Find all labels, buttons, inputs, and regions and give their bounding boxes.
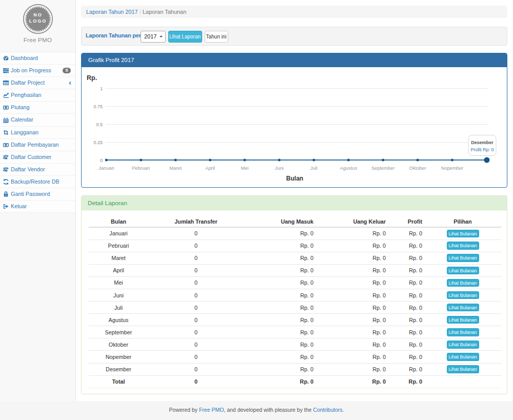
svg-text:Agustus: Agustus [340,166,357,171]
svg-text:Desember: Desember [471,140,494,145]
svg-text:0.75: 0.75 [93,104,103,109]
svg-text:0.25: 0.25 [93,140,103,145]
svg-text:September: September [371,166,394,171]
svg-text:Oktober: Oktober [409,166,426,171]
svg-text:Juni: Juni [275,166,284,171]
svg-text:Rp.: Rp. [87,74,97,82]
svg-text:0: 0 [100,158,103,163]
svg-text:Nopember: Nopember [441,166,463,171]
svg-text:LOGO: LOGO [29,18,47,24]
svg-text:April: April [205,166,215,171]
svg-text:Bulan: Bulan [286,175,303,182]
svg-text:Mei: Mei [241,166,248,171]
svg-text:Profit Rp: 0: Profit Rp: 0 [470,147,494,152]
svg-text:0.5: 0.5 [96,122,103,127]
svg-text:NO: NO [33,12,43,17]
svg-text:Januari: Januari [98,166,114,171]
svg-text:Maret: Maret [169,166,182,171]
svg-text:Pebruari: Pebruari [132,166,150,171]
svg-text:Juli: Juli [310,166,318,171]
svg-text:1: 1 [100,86,103,91]
